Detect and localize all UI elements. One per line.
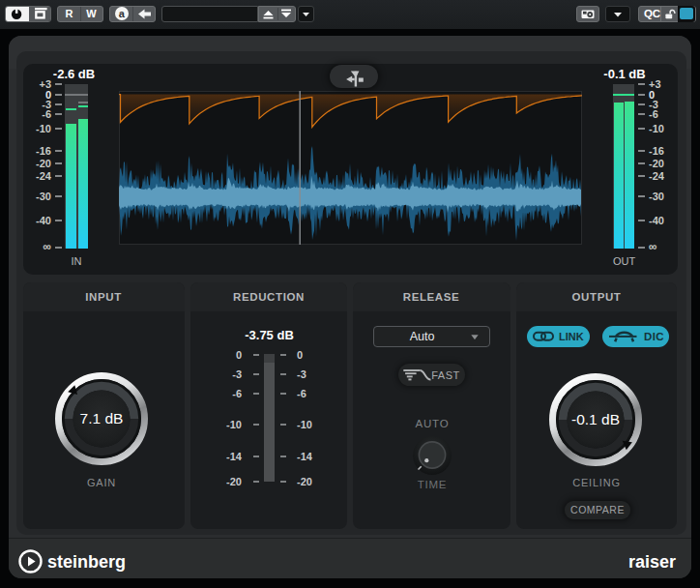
- svg-text:-0.1 dB: -0.1 dB: [571, 411, 620, 427]
- svg-text:DIC: DIC: [644, 331, 664, 342]
- svg-text:7.1 dB: 7.1 dB: [79, 410, 123, 426]
- svg-text:LINK: LINK: [559, 331, 584, 342]
